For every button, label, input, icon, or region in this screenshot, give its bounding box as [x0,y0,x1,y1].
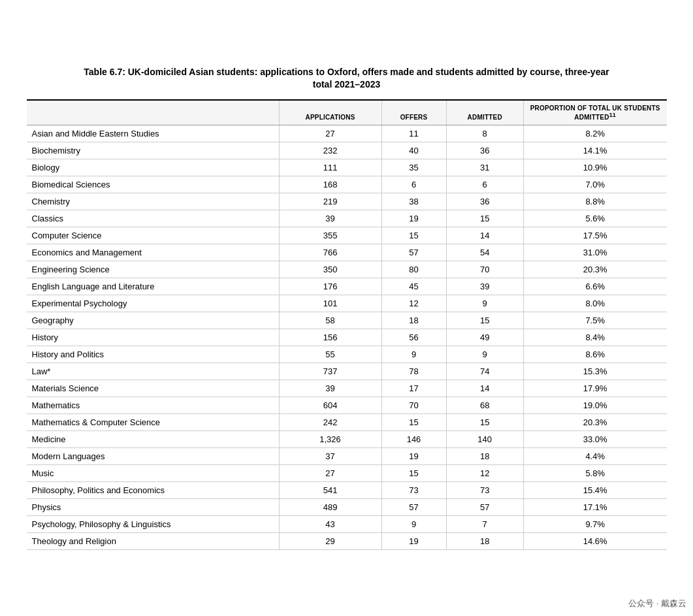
table-row: Mathematics604706819.0% [27,397,667,414]
cell-course: History [27,329,280,346]
cell-applications: 176 [279,278,381,295]
table-row: Biology111353110.9% [27,159,667,176]
table-row: Music2715125.8% [27,465,667,482]
cell-applications: 1,326 [279,431,381,448]
cell-applications: 604 [279,397,381,414]
table-row: Physics489575717.1% [27,499,667,516]
cell-course: Physics [27,499,280,516]
table-row: Philosophy, Politics and Economics541737… [27,482,667,499]
cell-admitted: 39 [446,278,523,295]
cell-course: Mathematics [27,397,280,414]
cell-applications: 737 [279,363,381,380]
table-row: Biomedical Sciences168667.0% [27,176,667,193]
cell-offers: 12 [381,295,446,312]
cell-applications: 29 [279,533,381,550]
table-row: History15656498.4% [27,329,667,346]
cell-course: Psychology, Philosophy & Linguistics [27,516,280,533]
cell-course: Mathematics & Computer Science [27,414,280,431]
table-title: Table 6.7: UK-domiciled Asian students: … [27,66,667,91]
table-row: Mathematics & Computer Science242151520.… [27,414,667,431]
cell-proportion: 7.0% [523,176,666,193]
cell-offers: 9 [381,346,446,363]
table-row: Materials Science39171417.9% [27,380,667,397]
col-header-proportion: PROPORTION OF TOTAL UK STUDENTS ADMITTED… [523,100,666,125]
cell-course: Philosophy, Politics and Economics [27,482,280,499]
cell-admitted: 36 [446,193,523,210]
cell-proportion: 17.9% [523,380,666,397]
cell-offers: 9 [381,516,446,533]
cell-proportion: 8.0% [523,295,666,312]
cell-applications: 39 [279,210,381,227]
cell-offers: 38 [381,193,446,210]
cell-offers: 11 [381,125,446,142]
cell-applications: 101 [279,295,381,312]
cell-course: Materials Science [27,380,280,397]
table-row: Theology and Religion29191814.6% [27,533,667,550]
cell-admitted: 54 [446,244,523,261]
cell-proportion: 5.8% [523,465,666,482]
cell-applications: 37 [279,448,381,465]
cell-proportion: 19.0% [523,397,666,414]
cell-applications: 58 [279,312,381,329]
cell-proportion: 7.5% [523,312,666,329]
cell-proportion: 17.5% [523,227,666,244]
cell-applications: 232 [279,142,381,159]
data-table: APPLICATIONS OFFERS ADMITTED PROPORTION … [27,99,667,550]
cell-offers: 15 [381,227,446,244]
cell-applications: 242 [279,414,381,431]
cell-offers: 17 [381,380,446,397]
cell-offers: 35 [381,159,446,176]
cell-admitted: 14 [446,380,523,397]
cell-course: Experimental Psychology [27,295,280,312]
table-row: Geography5818157.5% [27,312,667,329]
cell-proportion: 33.0% [523,431,666,448]
cell-offers: 73 [381,482,446,499]
cell-admitted: 12 [446,465,523,482]
cell-proportion: 8.2% [523,125,666,142]
cell-admitted: 6 [446,176,523,193]
cell-applications: 489 [279,499,381,516]
cell-proportion: 8.8% [523,193,666,210]
table-row: Psychology, Philosophy & Linguistics4397… [27,516,667,533]
cell-admitted: 15 [446,312,523,329]
cell-admitted: 18 [446,448,523,465]
cell-proportion: 20.3% [523,261,666,278]
col-header-offers: OFFERS [381,100,446,125]
cell-course: Asian and Middle Eastern Studies [27,125,280,142]
table-row: Asian and Middle Eastern Studies271188.2… [27,125,667,142]
cell-offers: 56 [381,329,446,346]
cell-offers: 40 [381,142,446,159]
cell-course: Theology and Religion [27,533,280,550]
cell-offers: 15 [381,465,446,482]
cell-applications: 43 [279,516,381,533]
cell-admitted: 18 [446,533,523,550]
cell-applications: 156 [279,329,381,346]
cell-applications: 55 [279,346,381,363]
watermark: 公众号 · 戴森云 [628,598,686,609]
cell-proportion: 15.3% [523,363,666,380]
cell-offers: 15 [381,414,446,431]
table-row: Modern Languages3719184.4% [27,448,667,465]
cell-admitted: 140 [446,431,523,448]
cell-admitted: 57 [446,499,523,516]
cell-admitted: 15 [446,414,523,431]
cell-proportion: 9.7% [523,516,666,533]
cell-offers: 146 [381,431,446,448]
cell-course: Modern Languages [27,448,280,465]
cell-offers: 78 [381,363,446,380]
cell-admitted: 8 [446,125,523,142]
cell-proportion: 14.6% [523,533,666,550]
cell-proportion: 6.6% [523,278,666,295]
col-header-applications: APPLICATIONS [279,100,381,125]
col-header-course [27,100,280,125]
table-container: Table 6.7: UK-domiciled Asian students: … [27,66,667,551]
cell-course: English Language and Literature [27,278,280,295]
table-row: History and Politics55998.6% [27,346,667,363]
cell-course: Medicine [27,431,280,448]
cell-offers: 57 [381,244,446,261]
cell-course: Chemistry [27,193,280,210]
table-row: Chemistry21938368.8% [27,193,667,210]
col-header-admitted: ADMITTED [446,100,523,125]
cell-offers: 19 [381,533,446,550]
cell-offers: 70 [381,397,446,414]
